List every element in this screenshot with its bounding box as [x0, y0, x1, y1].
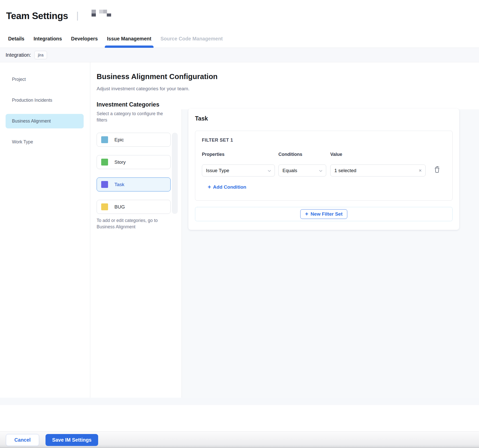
add-condition-label: Add Condition [213, 184, 246, 190]
value-select-text: 1 selected [334, 168, 418, 173]
sidebar-divider [90, 62, 90, 398]
sidebar-item-production-incidents[interactable]: Production Incidents [6, 93, 84, 108]
chevron-down-icon [319, 168, 322, 173]
category-card-bug[interactable]: BUG [97, 200, 171, 214]
sidebar-item-work-type[interactable]: Work Type [6, 135, 84, 149]
column-header-value: Value [330, 152, 342, 157]
condition-select[interactable]: Equals [278, 165, 326, 176]
category-card-epic[interactable]: Epic [97, 133, 171, 147]
integration-bar: Integration: jira [0, 48, 479, 62]
chevron-down-icon [268, 168, 271, 173]
integration-badge: jira [34, 51, 47, 59]
plus-icon: + [208, 185, 211, 190]
trash-icon [434, 170, 440, 174]
categories-note: To add or edit categories, go to Busines… [97, 217, 170, 230]
team-settings-page: Team Settings | Details Integrations Dev… [0, 0, 479, 448]
footer-action-bar: Cancel Save IM Settings [0, 431, 479, 448]
categories-divider [182, 109, 182, 398]
tab-bar: Details Integrations Developers Issue Ma… [0, 30, 479, 48]
bug-color-swatch [101, 203, 108, 210]
investment-categories-subtitle: Select a category to configure the filte… [97, 111, 166, 123]
column-header-conditions: Conditions [278, 152, 302, 157]
investment-categories-title: Investment Categories [97, 101, 159, 108]
sidebar-item-business-alignment[interactable]: Business Alignment [6, 114, 84, 128]
save-im-settings-button[interactable]: Save IM Settings [46, 434, 98, 446]
redacted-team-name [92, 10, 111, 17]
tab-integrations[interactable]: Integrations [34, 30, 62, 48]
property-select[interactable]: Issue Type [202, 165, 275, 176]
filter-set-panel: FILTER SET 1 Properties Conditions Value… [195, 131, 453, 201]
tab-source-code-management[interactable]: Source Code Management [160, 30, 223, 48]
task-config-card: Task FILTER SET 1 Properties Conditions … [188, 109, 459, 230]
title-separator: | [76, 9, 79, 22]
section-subtitle: Adjust investment categories for your te… [97, 86, 189, 92]
story-color-swatch [101, 159, 108, 166]
filter-set-title: FILTER SET 1 [202, 138, 233, 143]
sidebar-item-project[interactable]: Project [6, 72, 84, 87]
tab-developers[interactable]: Developers [71, 30, 98, 48]
epic-color-swatch [101, 136, 108, 143]
content-area: Project Production Incidents Business Al… [0, 62, 479, 398]
property-select-value: Issue Type [206, 168, 268, 173]
task-card-title: Task [195, 115, 208, 122]
clear-icon[interactable]: ✕ [418, 168, 422, 173]
delete-condition-button[interactable] [433, 166, 441, 174]
category-label: Story [114, 159, 126, 165]
new-filter-set-label: New Filter Set [311, 211, 343, 217]
column-header-properties: Properties [202, 152, 224, 157]
category-list-scrollbar[interactable] [172, 133, 178, 214]
tab-issue-management[interactable]: Issue Management [107, 30, 151, 48]
add-condition-button[interactable]: + Add Condition [208, 184, 246, 190]
category-card-story[interactable]: Story [97, 155, 171, 169]
value-multiselect[interactable]: 1 selected ✕ [330, 165, 426, 176]
task-color-swatch [101, 181, 108, 188]
integration-label: Integration: [6, 52, 31, 58]
category-card-task[interactable]: Task [97, 177, 171, 191]
category-label: Task [114, 182, 124, 187]
tab-details[interactable]: Details [8, 30, 24, 48]
cancel-button[interactable]: Cancel [6, 434, 39, 446]
plus-icon: + [305, 212, 308, 217]
category-label: Epic [114, 137, 124, 143]
new-filter-set-button[interactable]: + New Filter Set [300, 209, 348, 219]
new-filter-set-dropzone: + New Filter Set [195, 207, 453, 221]
category-label: BUG [114, 204, 125, 210]
section-title: Business Alignment Configuration [97, 72, 218, 81]
content-bottom-band [0, 398, 479, 405]
condition-select-value: Equals [282, 168, 319, 173]
page-title: Team Settings [6, 10, 68, 22]
